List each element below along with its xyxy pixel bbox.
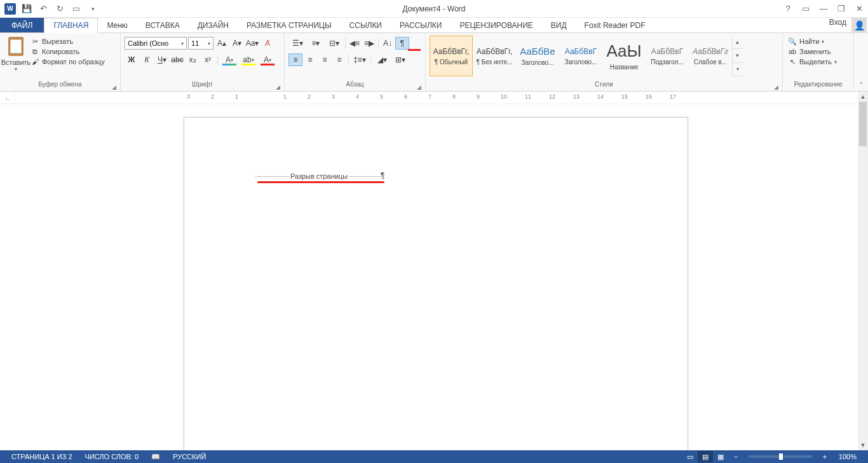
style-normal[interactable]: АаБбВвГг,¶ Обычный [430, 36, 473, 76]
collapse-ribbon-icon[interactable]: ˄ [854, 33, 868, 91]
increase-indent-icon[interactable]: ≡▶ [362, 37, 376, 50]
undo-icon[interactable]: ↶ [36, 2, 51, 16]
style-subtitle[interactable]: АаБбВвГПодзагол... [646, 36, 689, 76]
bullets-icon[interactable]: ☰▾ [288, 37, 306, 50]
page-status[interactable]: СТРАНИЦА 1 ИЗ 2 [5, 453, 79, 460]
language-status[interactable]: РУССКИЙ [166, 453, 212, 460]
select-button[interactable]: ↖Выделить▾ [788, 57, 837, 66]
numbering-icon[interactable]: ≡▾ [307, 37, 325, 50]
tab-home[interactable]: ГЛАВНАЯ [44, 18, 98, 33]
zoom-thumb[interactable] [779, 453, 783, 460]
tab-foxit[interactable]: Foxit Reader PDF [576, 18, 654, 32]
styles-gallery[interactable]: АаБбВвГг,¶ Обычный АаБбВвГг,¶ Без инте..… [428, 34, 743, 78]
ribbon-options-icon[interactable]: ▭ [797, 2, 815, 16]
zoom-in-icon[interactable]: + [817, 451, 832, 462]
align-left-icon[interactable]: ≡ [288, 53, 302, 66]
page[interactable]: Разрыв страницы ¶ [184, 117, 688, 450]
font-color-icon[interactable]: A▾ [259, 53, 276, 66]
word-count[interactable]: ЧИСЛО СЛОВ: 0 [79, 453, 146, 460]
borders-icon[interactable]: ⊞▾ [391, 53, 409, 66]
replace-label: Заменить [799, 48, 831, 55]
copy-button[interactable]: ⧉Копировать [31, 47, 105, 56]
qat-customize-icon[interactable]: ▾ [85, 2, 100, 16]
style-emphasis[interactable]: АаБбВвГгСлабое в... [689, 36, 732, 76]
scroll-up-icon[interactable]: ▲ [858, 92, 868, 102]
paragraph-launcher-icon[interactable]: ◢ [417, 84, 421, 90]
tab-view[interactable]: ВИД [542, 18, 576, 32]
shading-icon[interactable]: ◢▾ [373, 53, 391, 66]
tab-insert[interactable]: ВСТАВКА [137, 18, 189, 32]
line-spacing-icon[interactable]: ‡≡▾ [351, 53, 369, 66]
tab-file[interactable]: ФАЙЛ [0, 18, 44, 32]
bold-button[interactable]: Ж [125, 53, 139, 66]
highlight-icon[interactable]: ab▾ [240, 53, 257, 66]
signin-link[interactable]: Вход [824, 18, 851, 32]
zoom-slider[interactable] [749, 455, 812, 458]
vertical-scrollbar[interactable]: ▲ ▼ [858, 92, 868, 450]
web-layout-icon[interactable]: ▦ [713, 451, 728, 462]
decrease-indent-icon[interactable]: ◀≡ [348, 37, 362, 50]
styles-expand-icon[interactable]: ▾ [733, 63, 742, 76]
help-icon[interactable]: ? [779, 2, 797, 16]
font-size-combo[interactable]: 11▾ [188, 37, 214, 50]
read-mode-icon[interactable]: ▭ [682, 451, 698, 462]
styles-up-icon[interactable]: ▲ [733, 36, 742, 49]
tab-layout[interactable]: РАЗМЕТКА СТРАНИЦЫ [238, 18, 341, 32]
document-area[interactable]: Разрыв страницы ¶ [0, 104, 858, 450]
superscript-button[interactable]: x² [201, 53, 215, 66]
sort-icon[interactable]: A↓ [381, 37, 395, 50]
style-title[interactable]: АаЫНазвание [602, 36, 646, 76]
justify-icon[interactable]: ≡ [332, 53, 346, 66]
tab-menu[interactable]: Меню [98, 18, 136, 32]
style-heading2[interactable]: АаБбВвГЗаголово... [559, 36, 602, 76]
styles-down-icon[interactable]: ▼ [733, 49, 742, 62]
format-painter-button[interactable]: 🖌Формат по образцу [31, 57, 105, 66]
group-paragraph: ☰▾ ≡▾ ⊟▾ ◀≡ ≡▶ A↓ ¶ ≡ ≡ ≡ ≡ ‡≡▾ ◢▾ ⊞▾ [285, 33, 426, 91]
tab-references[interactable]: ССЫЛКИ [341, 18, 391, 32]
select-label: Выделить [799, 58, 832, 66]
tab-mailings[interactable]: РАССЫЛКИ [391, 18, 451, 32]
text-effects-icon[interactable]: A▾ [220, 53, 238, 66]
styles-more[interactable]: ▲▼▾ [732, 36, 742, 76]
restore-icon[interactable]: ❐ [832, 2, 850, 16]
save-icon[interactable]: 💾 [19, 2, 34, 16]
styles-launcher-icon[interactable]: ◢ [774, 84, 778, 90]
strikethrough-button[interactable]: abc [170, 53, 184, 66]
style-heading1[interactable]: АаБбВеЗаголово... [516, 36, 559, 76]
clear-format-icon[interactable]: A̸ [261, 37, 275, 50]
font-launcher-icon[interactable]: ◢ [276, 84, 280, 90]
show-marks-button[interactable]: ¶ [395, 37, 409, 50]
align-center-icon[interactable]: ≡ [303, 53, 317, 66]
clipboard-launcher-icon[interactable]: ◢ [112, 84, 116, 90]
print-layout-icon[interactable]: ▤ [698, 451, 713, 462]
multilevel-icon[interactable]: ⊟▾ [325, 37, 343, 50]
minimize-icon[interactable]: — [815, 2, 832, 16]
proofing-icon[interactable]: 📖 [145, 453, 166, 461]
underline-button[interactable]: Ч▾ [155, 53, 169, 66]
scroll-thumb[interactable] [859, 102, 867, 146]
zoom-out-icon[interactable]: − [728, 451, 743, 462]
font-name-combo[interactable]: Calibri (Осно▾ [125, 37, 187, 50]
grow-font-icon[interactable]: A▴ [215, 37, 229, 50]
tab-selector-icon[interactable]: ∟ [0, 92, 15, 104]
find-button[interactable]: 🔍Найти▾ [788, 37, 824, 46]
scroll-down-icon[interactable]: ▼ [858, 440, 868, 450]
horizontal-ruler[interactable]: 3211234567891011121314151617 [15, 92, 868, 104]
align-right-icon[interactable]: ≡ [318, 53, 332, 66]
new-doc-icon[interactable]: ▭ [69, 2, 84, 16]
style-no-spacing[interactable]: АаБбВвГг,¶ Без инте... [473, 36, 516, 76]
user-avatar-icon[interactable]: 👤 [851, 18, 867, 33]
italic-button[interactable]: К [140, 53, 154, 66]
tab-review[interactable]: РЕЦЕНЗИРОВАНИЕ [451, 18, 541, 32]
zoom-level[interactable]: 100% [832, 453, 863, 460]
tab-design[interactable]: ДИЗАЙН [189, 18, 238, 32]
subscript-button[interactable]: x₂ [186, 53, 200, 66]
word-app-icon[interactable]: W [3, 2, 18, 16]
change-case-icon[interactable]: Aa▾ [245, 37, 259, 50]
shrink-font-icon[interactable]: A▾ [230, 37, 244, 50]
replace-button[interactable]: abЗаменить [788, 47, 831, 56]
cut-button[interactable]: ✂Вырезать [31, 37, 105, 46]
paste-button[interactable]: Вставить ▾ [3, 34, 29, 72]
redo-icon[interactable]: ↻ [52, 2, 67, 16]
close-icon[interactable]: ✕ [850, 2, 868, 16]
